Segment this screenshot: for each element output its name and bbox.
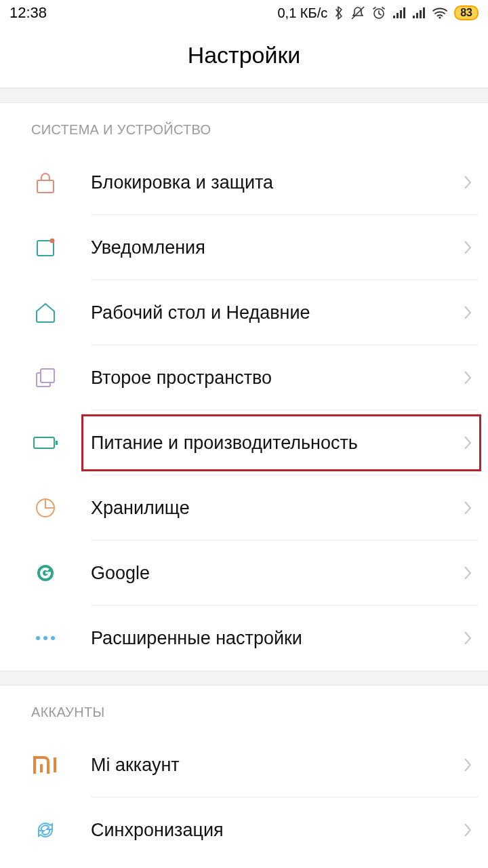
status-right: 0,1 КБ/с 83	[278, 5, 479, 21]
svg-rect-5	[403, 7, 405, 18]
section-title-system: СИСТЕМА И УСТРОЙСТВО	[0, 103, 488, 150]
svg-rect-23	[54, 757, 56, 772]
svg-rect-6	[413, 16, 415, 18]
chevron-right-icon	[447, 175, 488, 190]
svg-rect-17	[56, 441, 58, 445]
row-label: Рабочий стол и Недавние	[91, 302, 447, 323]
signal-2-icon	[412, 7, 426, 19]
svg-point-13	[50, 239, 55, 243]
row-label: Синхронизация	[91, 820, 447, 841]
notification-icon	[0, 237, 91, 258]
svg-rect-9	[423, 7, 425, 18]
vibrate-icon	[350, 5, 365, 20]
chevron-right-icon	[447, 823, 488, 837]
row-sync[interactable]: Синхронизация	[0, 797, 488, 863]
chevron-right-icon	[447, 631, 488, 646]
row-notifications[interactable]: Уведомления	[0, 215, 488, 280]
svg-rect-11	[37, 180, 54, 193]
row-storage[interactable]: Хранилище	[0, 475, 488, 540]
lock-icon	[0, 171, 91, 194]
row-label: Mi аккаунт	[91, 755, 447, 776]
row-mi-account[interactable]: Mi аккаунт	[0, 732, 488, 797]
google-icon	[0, 563, 91, 583]
chevron-right-icon	[447, 500, 488, 515]
row-label: Питание и производительность	[91, 433, 447, 454]
chevron-right-icon	[447, 370, 488, 385]
second-space-icon	[0, 366, 91, 389]
more-icon	[0, 635, 91, 642]
row-second-space[interactable]: Второе пространство	[0, 345, 488, 410]
svg-rect-2	[393, 16, 395, 18]
svg-point-10	[439, 16, 441, 18]
chevron-right-icon	[447, 757, 488, 772]
row-label: Расширенные настройки	[91, 628, 447, 649]
alarm-icon	[371, 5, 386, 20]
svg-rect-4	[400, 10, 402, 18]
signal-1-icon	[392, 7, 406, 19]
mi-logo-icon	[0, 756, 91, 774]
svg-rect-12	[37, 241, 54, 256]
chevron-right-icon	[447, 435, 488, 450]
home-icon	[0, 302, 91, 323]
svg-rect-7	[416, 13, 418, 18]
bluetooth-icon	[333, 5, 344, 20]
section-gap	[0, 88, 488, 103]
status-bar: 12:38 0,1 КБ/с 83	[0, 0, 488, 24]
row-label: Уведомления	[91, 237, 447, 258]
sync-icon	[0, 819, 91, 841]
svg-rect-3	[396, 13, 399, 18]
row-google[interactable]: Google	[0, 540, 488, 606]
storage-icon	[0, 497, 91, 519]
chevron-right-icon	[447, 240, 488, 255]
row-battery-performance[interactable]: Питание и производительность	[0, 410, 488, 475]
row-label: Блокировка и защита	[91, 172, 447, 193]
battery-icon	[0, 435, 91, 451]
list-accounts: Mi аккаунт Синхронизация	[0, 732, 488, 863]
svg-line-0	[352, 7, 364, 19]
row-label: Второе пространство	[91, 368, 447, 389]
svg-point-19	[36, 636, 40, 640]
page-title: Настройки	[0, 42, 488, 68]
row-label: Google	[91, 563, 447, 584]
svg-rect-16	[34, 437, 54, 448]
chevron-right-icon	[447, 305, 488, 320]
svg-rect-22	[40, 764, 43, 772]
section-title-accounts: АККАУНТЫ	[0, 686, 488, 732]
battery-indicator: 83	[454, 5, 479, 20]
list-system: Блокировка и защита Уведомления Рабочий …	[0, 150, 488, 671]
header: Настройки	[0, 24, 488, 88]
row-home-recents[interactable]: Рабочий стол и Недавние	[0, 280, 488, 345]
status-time: 12:38	[9, 4, 47, 22]
data-rate: 0,1 КБ/с	[278, 5, 328, 21]
chevron-right-icon	[447, 566, 488, 580]
wifi-icon	[432, 7, 448, 19]
svg-rect-15	[41, 369, 54, 382]
svg-point-20	[43, 636, 47, 640]
svg-rect-8	[420, 10, 422, 18]
section-gap	[0, 671, 488, 686]
row-lock-protection[interactable]: Блокировка и защита	[0, 150, 488, 215]
row-advanced[interactable]: Расширенные настройки	[0, 606, 488, 671]
svg-point-21	[51, 636, 55, 640]
row-label: Хранилище	[91, 498, 447, 519]
